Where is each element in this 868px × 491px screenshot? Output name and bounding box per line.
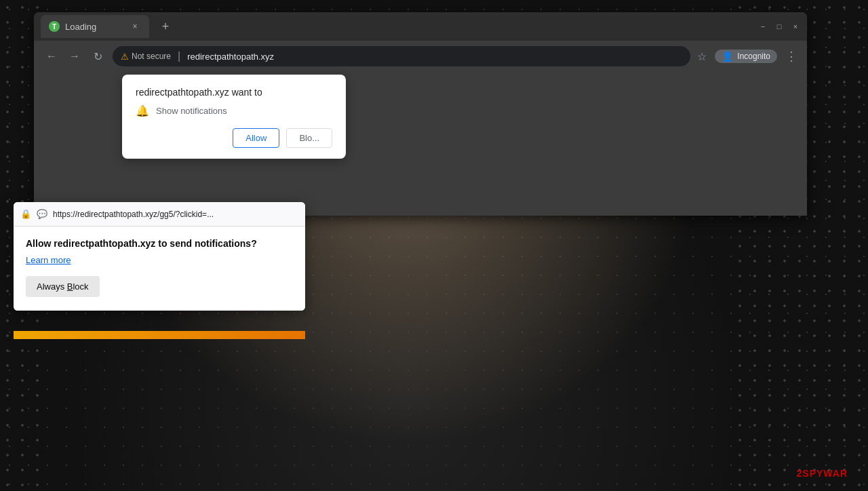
tab-title: Loading — [65, 22, 96, 32]
chrome-titlebar: T Loading × + − □ × — [34, 12, 807, 41]
ff-address-url: https://redirectpathtopath.xyz/gg5/?clic… — [53, 210, 298, 219]
new-tab-button[interactable]: + — [156, 17, 175, 36]
popup-bell-row: 🔔 Show notifications — [136, 104, 332, 117]
refresh-button[interactable]: ↻ — [90, 50, 106, 63]
chrome-menu-icon[interactable]: ⋮ — [785, 49, 797, 64]
tab-favicon: T — [49, 21, 60, 32]
popup-bell-text: Show notifications — [156, 106, 227, 116]
always-block-button[interactable]: Always Block — [26, 276, 100, 297]
window-controls: − □ × — [758, 22, 800, 31]
allow-button[interactable]: Allow — [233, 128, 279, 148]
tab-close-button[interactable]: × — [129, 20, 141, 33]
always-block-underline: B — [67, 281, 73, 292]
bottom-orange-bar — [14, 331, 305, 339]
address-box[interactable]: ⚠ Not secure | redirectpathtopath.xyz — [113, 46, 690, 66]
addressbar-right-controls: ☆ 👤 Incognito ⋮ — [697, 49, 797, 64]
ff-lock-icon: 🔒 — [20, 209, 31, 219]
address-url: redirectpathtopath.xyz — [187, 52, 274, 62]
popup-title: redirectpathtopath.xyz want to — [136, 87, 332, 98]
chrome-tab[interactable]: T Loading × — [41, 15, 149, 38]
warning-icon: ⚠ — [121, 52, 129, 62]
block-button[interactable]: Blo... — [286, 128, 332, 148]
chrome-notification-popup: redirectpathtopath.xyz want to 🔔 Show no… — [122, 75, 346, 159]
forward-button[interactable]: → — [66, 50, 83, 62]
incognito-icon: 👤 — [722, 51, 733, 62]
chrome-addressbar: ← → ↻ ⚠ Not secure | redirectpathtopath.… — [34, 41, 807, 72]
learn-more-link[interactable]: Learn more — [26, 255, 293, 265]
incognito-badge: 👤 Incognito — [715, 50, 777, 63]
ff-popup-question: Allow redirectpathtopath.xyz to send not… — [26, 237, 293, 250]
bell-icon: 🔔 — [136, 104, 149, 117]
popup-buttons: Allow Blo... — [136, 128, 332, 148]
close-window-button[interactable]: × — [791, 22, 800, 31]
always-block-label: Always Block — [37, 281, 89, 292]
not-secure-indicator: ⚠ Not secure — [121, 52, 171, 62]
firefox-notification-popup: 🔒 💬 https://redirectpathtopath.xyz/gg5/?… — [14, 202, 305, 311]
separator: | — [178, 50, 180, 62]
back-button[interactable]: ← — [43, 50, 60, 62]
not-secure-label: Not secure — [132, 52, 171, 61]
minimize-button[interactable]: − — [758, 22, 768, 31]
maximize-button[interactable]: □ — [774, 22, 784, 31]
ff-chat-icon: 💬 — [37, 209, 47, 219]
firefox-popup-body: Allow redirectpathtopath.xyz to send not… — [14, 227, 305, 311]
incognito-label: Incognito — [737, 52, 770, 61]
firefox-addressbar: 🔒 💬 https://redirectpathtopath.xyz/gg5/?… — [14, 202, 305, 227]
spywar-logo: 2SPYWAR — [797, 468, 848, 479]
bookmark-icon[interactable]: ☆ — [697, 50, 707, 63]
